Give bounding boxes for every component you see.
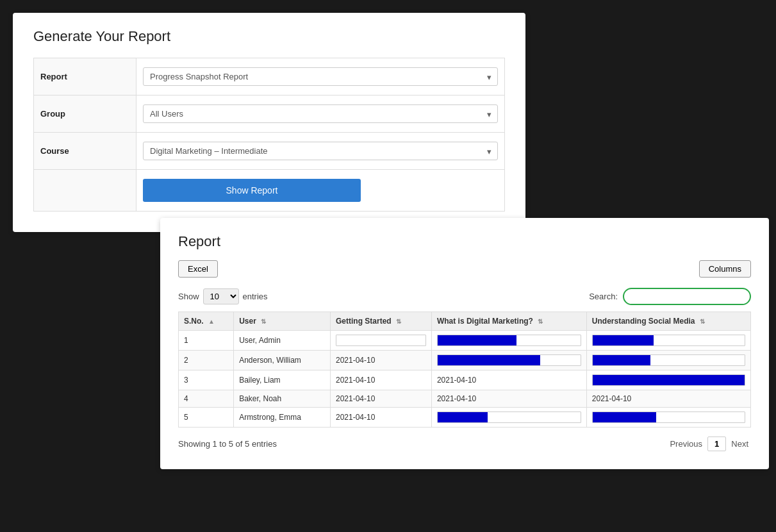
sort-icon-social-media: ⇅ (700, 318, 705, 325)
search-box: Search: (589, 288, 751, 305)
generate-report-card: Generate Your Report Report Progress Sna… (13, 13, 525, 232)
group-field-row: Group All Users Group A Group B (34, 96, 505, 133)
cell-social-media (586, 370, 750, 390)
col-sno[interactable]: S.No. ▲ (179, 312, 234, 331)
cell-digital-marketing (431, 331, 586, 351)
cell-digital-marketing (431, 351, 586, 370)
table-row: 4Baker, Noah2021-04-102021-04-102021-04-… (179, 390, 751, 408)
excel-button[interactable]: Excel (178, 260, 218, 278)
course-field-row: Course Digital Marketing – Intermediate … (34, 133, 505, 170)
report-title: Report (178, 233, 751, 250)
report-select-wrapper: Progress Snapshot Report Completion Repo… (143, 67, 498, 86)
search-input[interactable] (623, 288, 751, 305)
group-select[interactable]: All Users Group A Group B (143, 104, 498, 123)
col-digital-marketing[interactable]: What is Digital Marketing? ⇅ (431, 312, 586, 331)
sort-icon-user: ⇅ (261, 318, 266, 325)
cell-getting-started: 2021-04-10 (330, 390, 431, 408)
show-entries-control: Show 10 25 50 100 entries (178, 288, 268, 304)
cell-social-media: 2021-04-10 (586, 390, 750, 408)
report-select[interactable]: Progress Snapshot Report Completion Repo… (143, 67, 498, 86)
progress-bar-digital-marketing (437, 411, 581, 423)
show-report-button[interactable]: Show Report (143, 179, 361, 202)
report-field-label: Report (34, 58, 136, 96)
cell-social-media (586, 331, 750, 351)
cell-getting-started (330, 331, 431, 351)
progress-bar-getting-started (336, 335, 426, 346)
course-field-label: Course (34, 133, 136, 170)
page-1-button[interactable]: 1 (707, 436, 726, 451)
columns-button[interactable]: Columns (699, 260, 751, 278)
cell-user: Bailey, Liam (234, 370, 331, 390)
table-row: 3Bailey, Liam2021-04-102021-04-10 (179, 370, 751, 390)
search-label: Search: (589, 292, 618, 301)
report-card: Report Excel Columns Show 10 25 50 100 e… (160, 218, 769, 469)
cell-digital-marketing: 2021-04-10 (431, 390, 586, 408)
sort-icon-sno: ▲ (208, 318, 215, 325)
table-row: 1User, Admin (179, 331, 751, 351)
show-report-empty-cell (34, 170, 136, 212)
cell-getting-started: 2021-04-10 (330, 370, 431, 390)
col-getting-started[interactable]: Getting Started ⇅ (330, 312, 431, 331)
course-select-wrapper: Digital Marketing – Intermediate Digital… (143, 142, 498, 160)
progress-bar-social-media (592, 374, 745, 386)
cell-digital-marketing (431, 408, 586, 428)
progress-bar-social-media (592, 335, 745, 346)
next-button[interactable]: Next (729, 437, 751, 451)
report-field-row: Report Progress Snapshot Report Completi… (34, 58, 505, 96)
table-header-row: S.No. ▲ User ⇅ Getting Started ⇅ What is… (179, 312, 751, 331)
table-row: 5Armstrong, Emma2021-04-10 (179, 408, 751, 428)
col-user[interactable]: User ⇅ (234, 312, 331, 331)
progress-bar-social-media (592, 354, 745, 366)
show-report-cell: Show Report (136, 170, 505, 212)
pagination-row: Showing 1 to 5 of 5 entries Previous 1 N… (178, 436, 751, 451)
report-field-value[interactable]: Progress Snapshot Report Completion Repo… (136, 58, 505, 96)
cell-getting-started: 2021-04-10 (330, 408, 431, 428)
progress-bar-digital-marketing (437, 354, 581, 366)
report-toolbar: Excel Columns (178, 260, 751, 278)
show-report-row: Show Report (34, 170, 505, 212)
cell-sno: 1 (179, 331, 234, 351)
group-field-value[interactable]: All Users Group A Group B (136, 96, 505, 133)
cell-user: Anderson, William (234, 351, 331, 370)
progress-bar-social-media (592, 411, 745, 423)
cell-digital-marketing: 2021-04-10 (431, 370, 586, 390)
cell-sno: 3 (179, 370, 234, 390)
cell-user: Armstrong, Emma (234, 408, 331, 428)
col-social-media[interactable]: Understanding Social Media ⇅ (586, 312, 750, 331)
cell-sno: 4 (179, 390, 234, 408)
cell-social-media (586, 351, 750, 370)
generate-report-title: Generate Your Report (33, 28, 505, 45)
progress-bar-digital-marketing (437, 335, 581, 346)
report-data-table: S.No. ▲ User ⇅ Getting Started ⇅ What is… (178, 312, 751, 428)
show-label: Show (178, 292, 199, 301)
cell-user: Baker, Noah (234, 390, 331, 408)
sort-icon-digital-marketing: ⇅ (538, 318, 543, 325)
group-field-label: Group (34, 96, 136, 133)
group-select-wrapper: All Users Group A Group B (143, 104, 498, 123)
report-form-table: Report Progress Snapshot Report Completi… (33, 58, 505, 212)
course-field-value[interactable]: Digital Marketing – Intermediate Digital… (136, 133, 505, 170)
previous-button[interactable]: Previous (667, 437, 705, 451)
entries-select[interactable]: 10 25 50 100 (203, 288, 239, 304)
entries-label: entries (243, 292, 268, 301)
cell-getting-started: 2021-04-10 (330, 351, 431, 370)
course-select[interactable]: Digital Marketing – Intermediate Digital… (143, 142, 498, 160)
cell-sno: 2 (179, 351, 234, 370)
pagination-controls: Previous 1 Next (667, 436, 751, 451)
cell-user: User, Admin (234, 331, 331, 351)
table-controls: Show 10 25 50 100 entries Search: (178, 288, 751, 305)
pagination-info: Showing 1 to 5 of 5 entries (178, 439, 277, 449)
cell-social-media (586, 408, 750, 428)
cell-sno: 5 (179, 408, 234, 428)
table-row: 2Anderson, William2021-04-10 (179, 351, 751, 370)
sort-icon-getting-started: ⇅ (396, 318, 401, 325)
